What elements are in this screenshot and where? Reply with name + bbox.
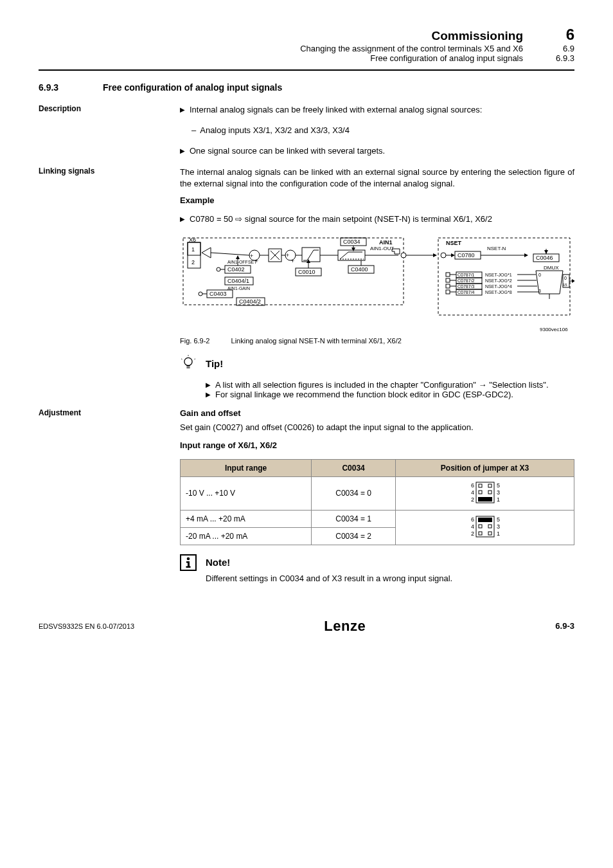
svg-point-47 — [441, 253, 446, 258]
cell-r3-c0034: C0034 = 2 — [312, 527, 396, 545]
figure-6-9-2: AIN1 X6 1 2 C0402 AIN1-OFFSET ++ C0404/1… — [180, 235, 574, 345]
header-sub1-num: 6.9 — [542, 44, 574, 53]
svg-text:2: 2 — [471, 530, 474, 537]
fig-n0: 0 — [538, 273, 541, 277]
header-sub2-num: 6.9.3 — [542, 53, 574, 63]
figure-number: Fig. 6.9-2 — [180, 337, 209, 345]
svg-marker-30 — [306, 259, 310, 263]
fig-c07872: C0787/2 — [458, 278, 475, 283]
fig-c0780: C0780 — [458, 252, 475, 258]
svg-rect-102 — [478, 518, 492, 522]
example-line: C0780 = 50 ⇨ signal source for the main … — [180, 213, 574, 226]
svg-text:3: 3 — [497, 523, 500, 530]
svg-text:+: + — [250, 253, 253, 259]
svg-rect-65 — [446, 273, 450, 276]
svg-marker-49 — [451, 253, 455, 257]
fig-c07873: C0787/3 — [458, 284, 475, 289]
svg-rect-69 — [446, 284, 450, 288]
svg-text:2: 2 — [471, 496, 474, 503]
svg-line-14 — [211, 253, 249, 255]
info-icon — [180, 554, 197, 571]
svg-point-21 — [199, 292, 202, 296]
fig-j4: NSET-JOG*8 — [485, 290, 512, 294]
divider — [39, 69, 574, 71]
svg-rect-103 — [479, 525, 482, 528]
fig-c0034: C0034 — [343, 239, 360, 245]
svg-text:1: 1 — [497, 496, 500, 503]
linking-p1: The internal analog signals can be linke… — [180, 167, 574, 191]
note-heading: Note! — [206, 557, 230, 568]
label-description: Description — [39, 104, 154, 113]
svg-point-77 — [184, 357, 192, 365]
input-range-heading: Input range of X6/1, X6/2 — [180, 440, 574, 450]
page-number: 6.9-3 — [555, 621, 574, 631]
fig-c07871: C0787/1 — [458, 273, 475, 277]
fig-nsetn: NSET-N — [487, 246, 506, 251]
fig-dmux: DMUX — [544, 265, 559, 271]
fig-j2: NSET-JOG*2 — [485, 278, 512, 283]
svg-text:1: 1 — [497, 530, 500, 537]
svg-marker-36 — [351, 248, 355, 251]
svg-marker-52 — [524, 253, 528, 257]
svg-point-7 — [217, 267, 220, 271]
lenze-logo: Lenze — [324, 618, 366, 635]
figure-caption-text: Linking analog signal NSET-N with termin… — [231, 337, 402, 345]
fig-n3: 3 — [538, 289, 541, 293]
svg-rect-94 — [478, 497, 492, 502]
footer-docid: EDSVS9332S EN 6.0-07/2013 — [39, 622, 134, 630]
cell-r1-range: -10 V ... +10 V — [181, 476, 312, 510]
fig-j1: NSET-JOG*1 — [485, 273, 512, 277]
cell-r2-c0034: C0034 = 1 — [312, 510, 396, 527]
svg-text:1: 1 — [191, 246, 195, 253]
header-title: Commissioning — [431, 29, 523, 43]
svg-rect-67 — [446, 278, 450, 282]
tip-heading: Tip! — [206, 358, 223, 369]
fig-c04042: C0404/2 — [239, 298, 261, 305]
svg-marker-45 — [433, 253, 437, 257]
svg-rect-105 — [479, 532, 482, 535]
svg-text:5: 5 — [497, 516, 500, 523]
svg-rect-104 — [488, 525, 492, 528]
svg-text:+: + — [291, 258, 294, 264]
svg-marker-10 — [236, 255, 240, 259]
page-footer: EDSVS9332S EN 6.0-07/2013 Lenze 6.9-3 — [0, 618, 613, 641]
svg-text:4: 4 — [471, 489, 474, 496]
note-block: Note! Different settings in C0034 and of… — [180, 554, 574, 583]
header-sub2: Free configuration of analog input signa… — [370, 53, 523, 63]
fig-id: 9300vec106 — [540, 327, 568, 332]
svg-text:3: 3 — [497, 489, 500, 496]
svg-rect-91 — [488, 484, 492, 487]
gain-offset-heading: Gain and offset — [180, 408, 574, 418]
page-header: Commissioning 6 Changing the assignment … — [39, 26, 574, 63]
cell-r3-range: -20 mA ... +20 mA — [181, 527, 312, 545]
svg-rect-71 — [446, 290, 450, 294]
th-jumper: Position of jumper at X3 — [396, 459, 574, 476]
desc-bullet-1: Internal analog signals can be freely li… — [180, 104, 574, 116]
fig-ain1out: AIN1-OUT — [370, 246, 394, 251]
fig-c0046: C0046 — [536, 255, 553, 261]
svg-text:2: 2 — [191, 259, 195, 266]
fig-0: 0 — [564, 276, 567, 280]
section-number: 6.9.3 — [39, 82, 103, 93]
fig-c04041: C0404/1 — [227, 278, 249, 284]
svg-point-107 — [187, 557, 190, 561]
svg-rect-110 — [186, 566, 191, 568]
description-body: Internal analog signals can be freely li… — [180, 104, 574, 158]
section-title: Free configuration of analog input signa… — [103, 82, 282, 93]
jumper-diagram-1: 65 43 21 — [467, 481, 503, 504]
chapter-number: 6 — [542, 26, 574, 44]
svg-text:5: 5 — [497, 482, 500, 489]
section-heading: 6.9.3 Free configuration of analog input… — [39, 82, 574, 93]
table-row: -10 V ... +10 V C0034 = 0 65 43 21 — [181, 476, 574, 510]
svg-rect-93 — [488, 491, 492, 494]
cell-r1-jumper: 65 43 21 — [396, 476, 574, 510]
label-linking: Linking signals — [39, 167, 154, 176]
fig-c07874: C0787/4 — [458, 290, 475, 294]
fig-c0010: C0010 — [298, 269, 315, 275]
fig-15: 15 — [563, 283, 567, 287]
tip-bullet-2: For signal linkage we recommend the func… — [206, 390, 574, 399]
svg-point-43 — [401, 253, 406, 258]
figure-caption: Fig. 6.9-2 Linking analog signal NSET-N … — [180, 337, 574, 345]
header-sub1: Changing the assignment of the control t… — [300, 44, 523, 53]
svg-rect-90 — [479, 484, 482, 487]
